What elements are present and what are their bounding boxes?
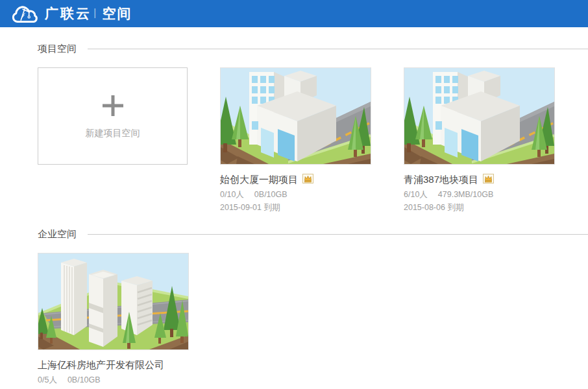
isometric-building-illustration	[404, 68, 554, 164]
storage-usage: 0B/10GB	[67, 375, 101, 385]
enterprise-card-title[interactable]: 上海亿科房地产开发有限公司	[38, 359, 164, 371]
section-enterprise-spaces: 企业空间 上海亿科房地产开发有限公司 0/5人 0B/10GB	[38, 228, 588, 385]
enterprise-card-stats: 0/5人 0B/10GB	[38, 375, 189, 385]
brand-divider: |	[93, 6, 96, 19]
project-card-title[interactable]: 始创大厦一期项目	[220, 173, 298, 185]
expiry-date: 2015-09-01 到期	[220, 203, 371, 213]
crown-badge-icon	[302, 174, 313, 183]
project-cards-row: 新建项目空间 始创大厦一期项目	[38, 67, 588, 213]
new-project-space-button[interactable]: 新建项目空间	[38, 67, 188, 165]
enterprise-card-thumbnail[interactable]	[38, 253, 189, 350]
enterprise-cards-row: 上海亿科房地产开发有限公司 0/5人 0B/10GB	[38, 253, 588, 385]
project-section-title: 项目空间	[38, 43, 77, 55]
new-project-space-label: 新建项目空间	[86, 128, 140, 139]
project-section-head: 项目空间	[38, 43, 588, 54]
project-card-title-row: 始创大厦一期项目	[220, 173, 371, 185]
member-count: 0/10人	[220, 190, 244, 200]
project-space-card[interactable]: 青浦387地块项目 6/10人 479.3MB/10GB 2015-08-06 …	[404, 67, 555, 213]
app-header: 广联云 | 空间	[0, 0, 588, 27]
storage-usage: 0B/10GB	[254, 190, 288, 200]
project-card-title-row: 青浦387地块项目	[404, 173, 555, 185]
cloud-crane-logo-icon	[10, 3, 39, 25]
project-card-title[interactable]: 青浦387地块项目	[404, 173, 478, 185]
enterprise-section-title: 企业空间	[38, 228, 77, 241]
enterprise-section-head: 企业空间	[38, 228, 588, 240]
main-content: 项目空间 新建项目空间 始创大厦一期项目	[0, 27, 588, 385]
section-project-spaces: 项目空间 新建项目空间 始创大厦一期项目	[38, 43, 588, 213]
member-count: 0/5人	[38, 375, 57, 385]
project-card-thumbnail[interactable]	[404, 67, 555, 165]
crown-badge-icon	[483, 174, 494, 183]
project-space-card[interactable]: 始创大厦一期项目 0/10人 0B/10GB 2015-09-01 到期	[220, 67, 371, 213]
app-name: 空间	[102, 5, 132, 23]
project-card-stats: 0/10人 0B/10GB	[220, 190, 371, 200]
member-count: 6/10人	[404, 190, 428, 200]
isometric-city-illustration	[38, 253, 188, 349]
isometric-building-illustration	[221, 68, 371, 164]
project-card-thumbnail[interactable]	[220, 67, 371, 165]
brand-name: 广联云	[45, 5, 92, 23]
project-card-stats: 6/10人 479.3MB/10GB	[404, 190, 555, 200]
enterprise-space-card[interactable]: 上海亿科房地产开发有限公司 0/5人 0B/10GB	[38, 253, 189, 385]
enterprise-card-title-row: 上海亿科房地产开发有限公司	[38, 359, 189, 371]
page: { "header": { "brand": "广联云", "divider":…	[0, 0, 588, 389]
plus-icon	[101, 93, 125, 118]
section-rule	[88, 49, 588, 49]
storage-usage: 479.3MB/10GB	[438, 190, 493, 200]
expiry-date: 2015-08-06 到期	[404, 203, 555, 213]
section-rule	[88, 234, 588, 235]
